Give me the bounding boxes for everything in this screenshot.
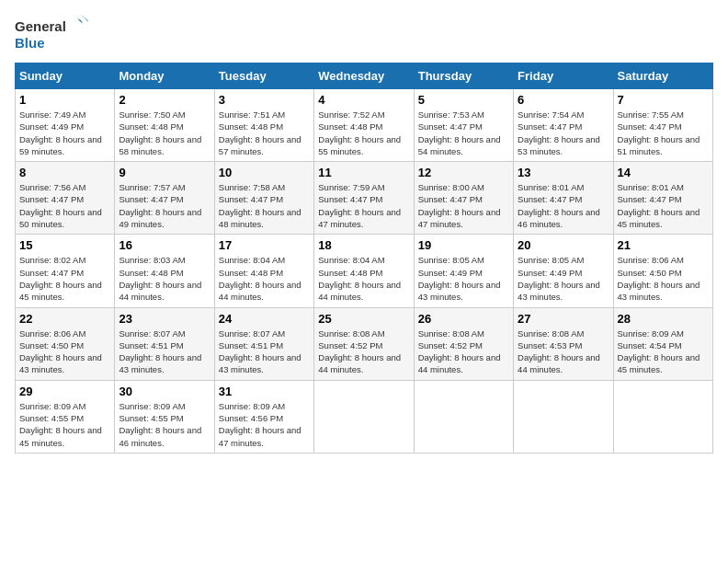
day-info: Sunrise: 8:08 AMSunset: 4:52 PMDaylight:… xyxy=(318,327,409,376)
day-number: 17 xyxy=(219,238,310,252)
day-info: Sunrise: 8:00 AMSunset: 4:47 PMDaylight:… xyxy=(418,181,509,230)
svg-text:Blue: Blue xyxy=(15,35,45,51)
calendar-cell: 30Sunrise: 8:09 AMSunset: 4:55 PMDayligh… xyxy=(115,380,214,453)
calendar-week-row: 8Sunrise: 7:56 AMSunset: 4:47 PMDaylight… xyxy=(16,162,713,235)
calendar-cell: 12Sunrise: 8:00 AMSunset: 4:47 PMDayligh… xyxy=(414,162,513,235)
day-number: 11 xyxy=(318,166,409,179)
calendar-body: 1Sunrise: 7:49 AMSunset: 4:49 PMDaylight… xyxy=(16,89,713,454)
day-info: Sunrise: 8:01 AMSunset: 4:47 PMDaylight:… xyxy=(618,181,709,230)
logo: General Blue xyxy=(15,15,88,55)
calendar-cell: 17Sunrise: 8:04 AMSunset: 4:48 PMDayligh… xyxy=(214,235,313,307)
calendar-cell xyxy=(414,380,513,453)
calendar-cell: 2Sunrise: 7:50 AMSunset: 4:48 PMDaylight… xyxy=(115,89,214,162)
calendar-cell: 18Sunrise: 8:04 AMSunset: 4:48 PMDayligh… xyxy=(314,235,414,307)
day-info: Sunrise: 7:51 AMSunset: 4:48 PMDaylight:… xyxy=(219,109,310,157)
day-info: Sunrise: 8:09 AMSunset: 4:54 PMDaylight:… xyxy=(618,327,709,376)
day-info: Sunrise: 8:09 AMSunset: 4:56 PMDaylight:… xyxy=(219,400,310,449)
day-number: 14 xyxy=(618,166,709,179)
calendar-cell: 25Sunrise: 8:08 AMSunset: 4:52 PMDayligh… xyxy=(314,307,414,380)
day-number: 19 xyxy=(418,238,509,252)
day-number: 16 xyxy=(119,238,210,252)
calendar-cell: 21Sunrise: 8:06 AMSunset: 4:50 PMDayligh… xyxy=(613,235,712,307)
day-info: Sunrise: 7:54 AMSunset: 4:47 PMDaylight:… xyxy=(518,109,609,157)
day-info: Sunrise: 8:05 AMSunset: 4:49 PMDaylight:… xyxy=(518,254,609,303)
calendar-cell: 7Sunrise: 7:55 AMSunset: 4:47 PMDaylight… xyxy=(613,89,712,162)
day-info: Sunrise: 7:49 AMSunset: 4:49 PMDaylight:… xyxy=(19,109,110,157)
day-info: Sunrise: 8:08 AMSunset: 4:52 PMDaylight:… xyxy=(418,327,509,376)
day-number: 25 xyxy=(318,312,409,326)
calendar-cell: 20Sunrise: 8:05 AMSunset: 4:49 PMDayligh… xyxy=(514,235,613,307)
day-number: 12 xyxy=(418,166,509,179)
day-info: Sunrise: 7:56 AMSunset: 4:47 PMDaylight:… xyxy=(19,181,110,230)
calendar-cell: 9Sunrise: 7:57 AMSunset: 4:47 PMDaylight… xyxy=(115,162,214,235)
calendar-cell: 28Sunrise: 8:09 AMSunset: 4:54 PMDayligh… xyxy=(613,307,712,380)
day-info: Sunrise: 8:09 AMSunset: 4:55 PMDaylight:… xyxy=(19,400,110,449)
day-number: 28 xyxy=(618,312,709,326)
weekday-header: Monday xyxy=(115,63,214,89)
day-info: Sunrise: 8:07 AMSunset: 4:51 PMDaylight:… xyxy=(119,327,210,376)
calendar-cell: 27Sunrise: 8:08 AMSunset: 4:53 PMDayligh… xyxy=(514,307,613,380)
day-number: 1 xyxy=(19,93,110,107)
day-info: Sunrise: 8:01 AMSunset: 4:47 PMDaylight:… xyxy=(518,181,609,230)
calendar-cell: 26Sunrise: 8:08 AMSunset: 4:52 PMDayligh… xyxy=(414,307,513,380)
day-number: 8 xyxy=(19,166,110,179)
weekday-header: Sunday xyxy=(16,63,115,89)
calendar-cell: 31Sunrise: 8:09 AMSunset: 4:56 PMDayligh… xyxy=(214,380,313,453)
calendar-cell: 19Sunrise: 8:05 AMSunset: 4:49 PMDayligh… xyxy=(414,235,513,307)
day-info: Sunrise: 7:55 AMSunset: 4:47 PMDaylight:… xyxy=(618,109,709,157)
day-number: 10 xyxy=(219,166,310,179)
day-number: 29 xyxy=(19,385,110,398)
day-info: Sunrise: 8:04 AMSunset: 4:48 PMDaylight:… xyxy=(219,254,310,303)
calendar-cell: 13Sunrise: 8:01 AMSunset: 4:47 PMDayligh… xyxy=(514,162,613,235)
logo-svg: General Blue xyxy=(15,15,88,55)
day-info: Sunrise: 8:09 AMSunset: 4:55 PMDaylight:… xyxy=(119,400,210,449)
calendar-cell xyxy=(314,380,414,453)
calendar-week-row: 29Sunrise: 8:09 AMSunset: 4:55 PMDayligh… xyxy=(16,380,713,453)
day-number: 2 xyxy=(119,93,210,107)
day-number: 18 xyxy=(318,238,409,252)
day-number: 23 xyxy=(119,312,210,326)
day-info: Sunrise: 7:59 AMSunset: 4:47 PMDaylight:… xyxy=(318,181,409,230)
day-info: Sunrise: 7:53 AMSunset: 4:47 PMDaylight:… xyxy=(418,109,509,157)
day-info: Sunrise: 8:03 AMSunset: 4:48 PMDaylight:… xyxy=(119,254,210,303)
calendar-cell: 22Sunrise: 8:06 AMSunset: 4:50 PMDayligh… xyxy=(16,307,115,380)
calendar-cell: 24Sunrise: 8:07 AMSunset: 4:51 PMDayligh… xyxy=(214,307,313,380)
day-number: 21 xyxy=(618,238,709,252)
day-info: Sunrise: 7:57 AMSunset: 4:47 PMDaylight:… xyxy=(119,181,210,230)
day-number: 9 xyxy=(119,166,210,179)
day-number: 27 xyxy=(518,312,609,326)
weekday-header: Friday xyxy=(514,63,613,89)
day-number: 26 xyxy=(418,312,509,326)
calendar-header: SundayMondayTuesdayWednesdayThursdayFrid… xyxy=(16,63,713,89)
calendar-cell: 15Sunrise: 8:02 AMSunset: 4:47 PMDayligh… xyxy=(16,235,115,307)
day-number: 3 xyxy=(219,93,310,107)
calendar-cell: 6Sunrise: 7:54 AMSunset: 4:47 PMDaylight… xyxy=(514,89,613,162)
calendar-week-row: 22Sunrise: 8:06 AMSunset: 4:50 PMDayligh… xyxy=(16,307,713,380)
calendar-cell: 10Sunrise: 7:58 AMSunset: 4:47 PMDayligh… xyxy=(214,162,313,235)
weekday-header: Thursday xyxy=(414,63,513,89)
day-info: Sunrise: 8:04 AMSunset: 4:48 PMDaylight:… xyxy=(318,254,409,303)
day-info: Sunrise: 7:50 AMSunset: 4:48 PMDaylight:… xyxy=(119,109,210,157)
calendar-cell: 16Sunrise: 8:03 AMSunset: 4:48 PMDayligh… xyxy=(115,235,214,307)
day-number: 30 xyxy=(119,385,210,398)
weekday-header: Wednesday xyxy=(314,63,414,89)
day-number: 6 xyxy=(518,93,609,107)
weekday-header: Tuesday xyxy=(214,63,313,89)
day-number: 24 xyxy=(219,312,310,326)
day-info: Sunrise: 8:08 AMSunset: 4:53 PMDaylight:… xyxy=(518,327,609,376)
day-number: 7 xyxy=(618,93,709,107)
day-info: Sunrise: 8:06 AMSunset: 4:50 PMDaylight:… xyxy=(19,327,110,376)
calendar-cell: 1Sunrise: 7:49 AMSunset: 4:49 PMDaylight… xyxy=(16,89,115,162)
calendar-table: SundayMondayTuesdayWednesdayThursdayFrid… xyxy=(15,63,713,454)
calendar-cell: 4Sunrise: 7:52 AMSunset: 4:48 PMDaylight… xyxy=(314,89,414,162)
svg-text:General: General xyxy=(15,18,66,34)
day-number: 22 xyxy=(19,312,110,326)
calendar-cell: 23Sunrise: 8:07 AMSunset: 4:51 PMDayligh… xyxy=(115,307,214,380)
calendar-cell: 5Sunrise: 7:53 AMSunset: 4:47 PMDaylight… xyxy=(414,89,513,162)
calendar-week-row: 15Sunrise: 8:02 AMSunset: 4:47 PMDayligh… xyxy=(16,235,713,307)
day-info: Sunrise: 7:52 AMSunset: 4:48 PMDaylight:… xyxy=(318,109,409,157)
day-number: 5 xyxy=(418,93,509,107)
day-info: Sunrise: 7:58 AMSunset: 4:47 PMDaylight:… xyxy=(219,181,310,230)
day-info: Sunrise: 8:06 AMSunset: 4:50 PMDaylight:… xyxy=(618,254,709,303)
day-info: Sunrise: 8:05 AMSunset: 4:49 PMDaylight:… xyxy=(418,254,509,303)
